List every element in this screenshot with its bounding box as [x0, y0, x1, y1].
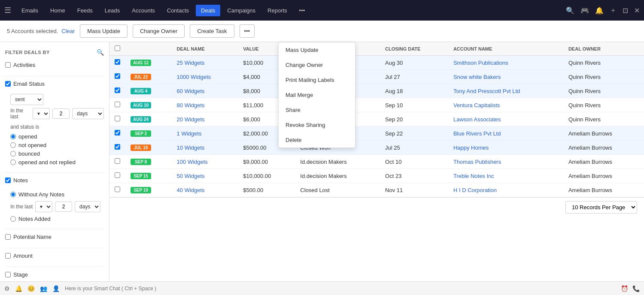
account-name-link[interactable]: Happy Homes: [453, 144, 489, 151]
more-actions-button[interactable]: •••: [240, 24, 255, 38]
row-checkbox-cell[interactable]: [109, 70, 125, 84]
row-checkbox-cell[interactable]: [109, 56, 125, 70]
per-page-select[interactable]: 10 Records Per Page 25 Records Per Page …: [565, 201, 637, 214]
radio-bounced-input[interactable]: [10, 151, 16, 157]
dropdown-mass-update[interactable]: Mass Update: [279, 42, 355, 57]
chat-phone-icon[interactable]: 📞: [632, 285, 640, 292]
radio-without-any-notes[interactable]: Without Any Notes: [10, 191, 104, 198]
chat-face-icon[interactable]: 😊: [27, 285, 35, 292]
radio-notes-added-input[interactable]: [10, 216, 16, 222]
deal-name-link[interactable]: 20 Widgets: [177, 116, 205, 123]
radio-notes-added[interactable]: Notes Added: [10, 216, 104, 222]
row-checkbox-cell[interactable]: [109, 112, 125, 126]
notes-checkbox-input[interactable]: [5, 178, 11, 183]
chat-alarm-icon[interactable]: ⏰: [621, 285, 628, 292]
select-all-checkbox[interactable]: [115, 45, 120, 51]
radio-bounced[interactable]: bounced: [10, 151, 104, 157]
smart-chat-input[interactable]: [65, 286, 616, 292]
search-icon[interactable]: 🔍: [566, 6, 574, 15]
account-name-link[interactable]: Ventura Capitalists: [453, 102, 500, 108]
chat-users-icon[interactable]: 👥: [40, 285, 47, 292]
days-input[interactable]: [52, 108, 70, 119]
account-name-link[interactable]: H I D Corporation: [453, 187, 497, 193]
days-select[interactable]: days weeks months: [72, 108, 104, 119]
account-name-link[interactable]: Thomas Publishers: [453, 159, 501, 165]
filter-amount-checkbox[interactable]: Amount: [5, 251, 104, 261]
row-checkbox-cell[interactable]: [109, 183, 125, 197]
amount-checkbox-input[interactable]: [5, 253, 11, 259]
deal-name-link[interactable]: 60 Widgets: [177, 88, 205, 94]
row-checkbox[interactable]: [115, 187, 120, 192]
account-name-link[interactable]: Tony And Presscott Pvt Ltd: [453, 88, 520, 94]
dropdown-share[interactable]: Share: [279, 102, 355, 117]
hamburger-icon[interactable]: ☰: [4, 6, 11, 15]
close-icon[interactable]: ✕: [634, 6, 640, 15]
stage-checkbox-input[interactable]: [5, 272, 11, 277]
nav-feeds[interactable]: Feeds: [72, 5, 98, 16]
nav-home[interactable]: Home: [45, 5, 70, 16]
account-name-link[interactable]: Snow white Bakers: [453, 74, 501, 80]
radio-opened-input[interactable]: [10, 134, 16, 139]
radio-opened-not-replied[interactable]: opened and not replied: [10, 159, 104, 166]
row-checkbox[interactable]: [115, 73, 120, 79]
radio-not-opened[interactable]: not opened: [10, 142, 104, 148]
clear-selection-link[interactable]: Clear: [61, 28, 75, 34]
nav-more[interactable]: •••: [294, 5, 310, 16]
layout-icon[interactable]: ⊡: [623, 6, 628, 15]
row-checkbox[interactable]: [115, 116, 120, 121]
add-icon[interactable]: ＋: [610, 6, 617, 15]
nav-reports[interactable]: Reports: [262, 5, 292, 16]
row-checkbox[interactable]: [115, 130, 120, 135]
row-checkbox-cell[interactable]: [109, 126, 125, 141]
filter-email-status-checkbox[interactable]: Email Status: [5, 79, 104, 89]
nav-leads[interactable]: Leads: [100, 5, 125, 16]
chat-gear-icon[interactable]: ⚙: [4, 285, 10, 292]
deal-name-link[interactable]: 1000 Widgets: [177, 74, 211, 80]
nav-deals[interactable]: Deals: [196, 5, 220, 16]
row-checkbox-cell[interactable]: [109, 98, 125, 112]
nav-campaigns[interactable]: Campaigns: [222, 5, 261, 16]
row-checkbox[interactable]: [115, 102, 120, 107]
radio-opened[interactable]: opened: [10, 133, 104, 140]
deal-name-link[interactable]: 25 Widgets: [177, 60, 205, 66]
potential-name-checkbox-input[interactable]: [5, 234, 11, 240]
filter-stage-checkbox[interactable]: Stage: [5, 270, 104, 280]
filter-notes-checkbox[interactable]: Notes: [5, 175, 104, 185]
row-checkbox[interactable]: [115, 59, 120, 65]
change-owner-button[interactable]: Change Owner: [133, 24, 185, 38]
deal-name-link[interactable]: 1 Widgets: [177, 130, 202, 137]
chat-bell-icon[interactable]: 🔔: [15, 285, 22, 292]
notes-in-the-last-select[interactable]: ▾: [35, 201, 52, 212]
dropdown-change-owner[interactable]: Change Owner: [279, 57, 355, 72]
mass-update-button[interactable]: Mass Update: [80, 24, 128, 38]
notification-icon[interactable]: 🔔: [595, 6, 604, 15]
radio-opened-not-replied-input[interactable]: [10, 160, 16, 165]
account-name-link[interactable]: Lawson Associates: [453, 116, 501, 123]
radio-without-notes-input[interactable]: [10, 192, 16, 197]
deal-name-link[interactable]: 40 Widgets: [177, 187, 205, 193]
account-name-link[interactable]: Smithson Publications: [453, 60, 508, 66]
deal-name-link[interactable]: 10 Widgets: [177, 144, 205, 151]
filter-activities-checkbox[interactable]: Activities: [5, 60, 104, 70]
gamepad-icon[interactable]: 🎮: [580, 6, 589, 15]
create-task-button[interactable]: Create Task: [190, 24, 234, 38]
deal-name-link[interactable]: 50 Widgets: [177, 173, 205, 179]
row-checkbox[interactable]: [115, 144, 120, 150]
row-checkbox[interactable]: [115, 87, 120, 93]
nav-accounts[interactable]: Accounts: [127, 5, 160, 16]
sent-select[interactable]: sent not sent: [10, 94, 43, 105]
nav-emails[interactable]: Emails: [16, 5, 43, 16]
chat-person-icon[interactable]: 👤: [52, 285, 60, 292]
row-checkbox[interactable]: [115, 158, 120, 164]
dropdown-mail-merge[interactable]: Mail Merge: [279, 87, 355, 102]
sidebar-search-icon[interactable]: 🔍: [97, 49, 104, 56]
filter-potential-name-checkbox[interactable]: Potential Name: [5, 232, 104, 242]
row-checkbox-cell[interactable]: [109, 155, 125, 169]
notes-days-input[interactable]: [55, 202, 72, 212]
activities-checkbox-input[interactable]: [5, 62, 11, 68]
email-status-checkbox-input[interactable]: [5, 81, 11, 87]
row-checkbox-cell[interactable]: [109, 169, 125, 183]
row-checkbox-cell[interactable]: [109, 84, 125, 98]
dropdown-revoke-sharing[interactable]: Revoke Sharing: [279, 117, 355, 132]
row-checkbox-cell[interactable]: [109, 141, 125, 155]
